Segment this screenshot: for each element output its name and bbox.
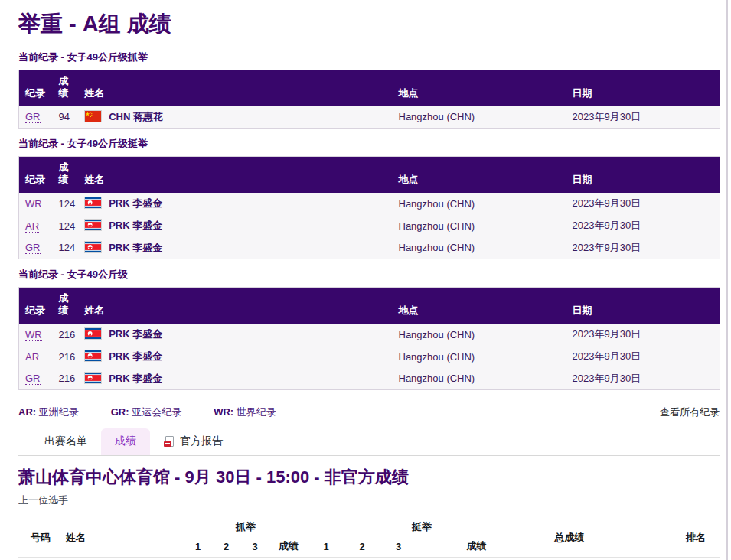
col-rank: 排名: [674, 513, 720, 558]
record-noc: PRK: [109, 220, 129, 231]
records-header-row: 纪录 成绩 姓名 地点 日期: [19, 70, 720, 106]
col-result: 成绩: [54, 157, 80, 193]
flag-prk-icon: [85, 350, 101, 361]
record-date: 2023年9月30日: [568, 324, 720, 346]
record-result: 124: [54, 215, 80, 237]
records-header-row: 纪录 成绩 姓名 地点 日期: [19, 157, 720, 193]
record-noc: CHN: [109, 111, 130, 122]
col-date: 日期: [568, 288, 720, 324]
record-result: 124: [54, 193, 80, 215]
col-location: 地点: [394, 157, 568, 193]
records-table-cleanjerk: 纪录 成绩 姓名 地点 日期 WR 124 PRK 李盛金 Hangzhou (…: [18, 156, 720, 259]
col-date: 日期: [568, 157, 720, 193]
record-row: GR 94 CHN 蒋惠花 Hangzhou (CHN) 2023年9月30日: [19, 106, 720, 129]
col-record: 纪录: [19, 157, 54, 193]
athlete-rank: 1: [674, 558, 720, 560]
record-location: Hangzhou (CHN): [394, 193, 568, 215]
col-location: 地点: [394, 288, 568, 324]
athlete-bib: 71: [18, 558, 54, 560]
col-snatch-result: 成绩: [269, 536, 308, 558]
record-location: Hangzhou (CHN): [394, 368, 568, 390]
record-noc: PRK: [109, 242, 129, 253]
record-type-link[interactable]: WR: [25, 198, 42, 210]
athlete-cell: PRK 李盛金: [54, 558, 184, 560]
record-noc: PRK: [109, 197, 129, 209]
record-location: Hangzhou (CHN): [394, 215, 568, 237]
tab-bar: 出赛名单 成绩 官方报告: [18, 428, 720, 456]
flag-prk-icon: [85, 373, 101, 383]
results-group-header-row: 号码 姓名 抓举 挺举 总成绩 排名: [18, 513, 720, 536]
col-total: 总成绩: [536, 513, 603, 558]
col-name: 姓名: [80, 70, 394, 106]
results-table: 号码 姓名 抓举 挺举 总成绩 排名 1 2 3 成绩 1 2 3 成绩 71: [18, 513, 720, 560]
snatch-attempt-2: 92: [212, 558, 240, 560]
legend-item-ar: AR: 亚洲纪录: [18, 405, 79, 419]
record-location: Hangzhou (CHN): [394, 346, 568, 368]
record-location: Hangzhou (CHN): [394, 237, 568, 259]
record-result: 124: [54, 237, 80, 259]
tab-start-list[interactable]: 出赛名单: [31, 428, 101, 455]
record-date: 2023年9月30日: [568, 193, 720, 215]
total-result: 216: [536, 558, 603, 560]
record-type-link[interactable]: GR: [25, 111, 41, 123]
scrollbar[interactable]: [726, 0, 728, 560]
previous-athlete-label: 上一位选手: [18, 493, 720, 507]
snatch-attempt-3: 95: [240, 558, 269, 560]
col-snatch-2: 2: [212, 536, 240, 558]
record-type-link[interactable]: WR: [25, 329, 42, 341]
total-records-cell: WR/AR/GR: [603, 558, 674, 560]
legend-item-gr: GR: 亚运会纪录: [111, 405, 181, 419]
view-all-records-link[interactable]: 查看所有纪录: [660, 405, 720, 419]
col-snatch-1: 1: [184, 536, 212, 558]
col-location: 地点: [394, 70, 568, 106]
record-section-title-cleanjerk: 当前纪录 - 女子49公斤级挺举: [18, 137, 720, 151]
col-total-records: [603, 513, 674, 558]
record-athlete-name: 李盛金: [132, 373, 162, 384]
flag-prk-icon: [85, 220, 101, 230]
record-row: AR 216 PRK 李盛金 Hangzhou (CHN) 2023年9月30日: [19, 346, 720, 368]
col-cj-1: 1: [308, 536, 344, 558]
record-row: AR 124 PRK 李盛金 Hangzhou (CHN) 2023年9月30日: [19, 215, 720, 237]
session-title: 萧山体育中心体育馆 - 9月 30日 - 15:00 - 非官方成绩: [18, 466, 720, 489]
tab-results[interactable]: 成绩: [101, 428, 150, 455]
flag-prk-icon: [85, 242, 101, 252]
col-snatch-3: 3: [240, 536, 269, 558]
cj-attempt-3: 124: [380, 558, 417, 560]
records-table-snatch: 纪录 成绩 姓名 地点 日期 GR 94 CHN 蒋惠花 Hangzhou (C…: [18, 70, 720, 129]
legend-row: AR: 亚洲纪录 GR: 亚运会纪录 WR: 世界纪录 查看所有纪录: [18, 405, 720, 419]
flag-prk-icon: [85, 328, 101, 339]
legend-item-wr: WR: 世界纪录: [214, 405, 276, 419]
record-type-link[interactable]: GR: [25, 373, 41, 385]
col-athlete-name: 姓名: [54, 513, 184, 558]
record-row: GR 124 PRK 李盛金 Hangzhou (CHN) 2023年9月30日: [19, 237, 720, 259]
record-result: 94: [54, 106, 80, 129]
record-location: Hangzhou (CHN): [394, 106, 568, 129]
record-athlete-name: 李盛金: [132, 350, 162, 362]
record-type-link[interactable]: GR: [25, 242, 41, 254]
tab-official-report[interactable]: 官方报告: [150, 428, 237, 455]
record-type-link[interactable]: AR: [25, 220, 39, 233]
results-page: 举重 - A组 成绩 当前纪录 - 女子49公斤级抓举 纪录 成绩 姓名 地点 …: [0, 0, 731, 560]
record-date: 2023年9月30日: [568, 106, 720, 129]
record-athlete-name: 李盛金: [132, 197, 162, 209]
record-athlete-name: 李盛金: [132, 328, 162, 340]
col-date: 日期: [568, 70, 720, 106]
record-location: Hangzhou (CHN): [394, 324, 568, 346]
records-table-total: 纪录 成绩 姓名 地点 日期 WR 216 PRK 李盛金 Hangzhou (…: [18, 287, 720, 390]
col-record: 纪录: [19, 70, 54, 106]
record-row: WR 216 PRK 李盛金 Hangzhou (CHN) 2023年9月30日: [19, 324, 720, 346]
record-result: 216: [54, 324, 80, 346]
record-section-title-total: 当前纪录 - 女子49公斤级: [18, 268, 720, 282]
col-cj-3: 3: [380, 536, 417, 558]
record-result: 216: [54, 346, 80, 368]
col-group-cleanjerk: 挺举: [308, 513, 536, 536]
record-row: WR 124 PRK 李盛金 Hangzhou (CHN) 2023年9月30日: [19, 193, 720, 215]
record-athlete-name: 李盛金: [132, 220, 162, 231]
col-cj-result: 成绩: [417, 536, 536, 558]
col-record: 纪录: [19, 288, 54, 324]
flag-chn-icon: [85, 111, 101, 122]
record-date: 2023年9月30日: [568, 368, 720, 390]
record-row: GR 216 PRK 李盛金 Hangzhou (CHN) 2023年9月30日: [19, 368, 720, 390]
record-type-link[interactable]: AR: [25, 351, 39, 363]
flag-prk-icon: [85, 197, 101, 208]
